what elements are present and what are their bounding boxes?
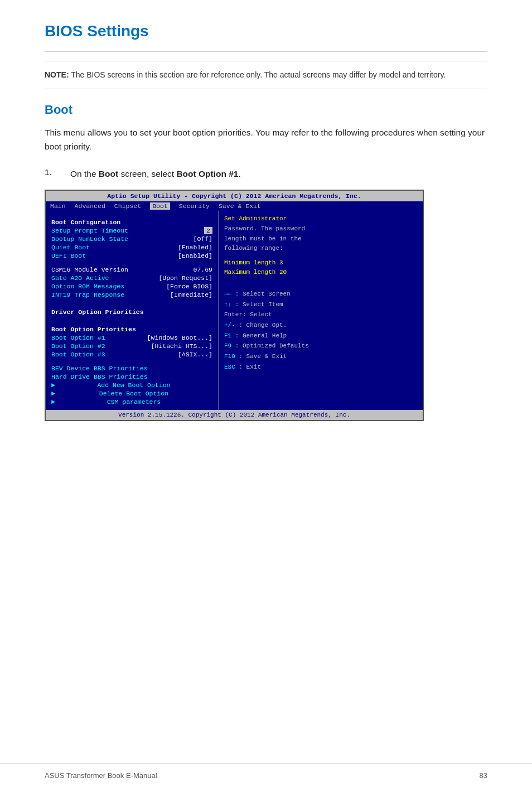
bios-right-panel: Set Administrator Password. The password… xyxy=(219,211,423,410)
bios-help-min: Minimum length 3 xyxy=(224,258,417,268)
bios-footer: Version 2.15.1226. Copyright (C) 2012 Am… xyxy=(46,410,423,420)
note-text: The BIOS screens in this section are for… xyxy=(69,70,446,79)
bios-label-csm: CSM parameters xyxy=(107,398,161,405)
bios-row-harddrive: Hard Drive BBS Priorities xyxy=(51,373,212,380)
bios-label-deleteboot: Delete Boot Option xyxy=(99,390,168,397)
bios-value-csm16: 07.69 xyxy=(193,266,212,273)
bios-row-boot1: Boot Option #1 [Windows Boot...] xyxy=(51,334,212,341)
page-footer: ASUS Transformer Book E-Manual 83 xyxy=(0,763,532,780)
bios-row-deleteboot: ► Delete Boot Option xyxy=(51,390,212,397)
bios-row-csm16: CSM16 Module Version 07.69 xyxy=(51,266,212,273)
bios-value-boot3: [ASIX...] xyxy=(178,351,212,358)
step-bold2: Boot Option #1 xyxy=(176,169,238,178)
section-title: Boot xyxy=(45,103,487,117)
note-box: NOTE: The BIOS screens in this section a… xyxy=(45,61,487,89)
bios-label-numlock: Bootup NumLock State xyxy=(51,235,128,243)
bios-help-title: Set Administrator xyxy=(224,214,417,224)
section-body: This menu allows you to set your boot op… xyxy=(45,126,487,154)
bios-row-timeout: Setup Prompt Timeout 2 xyxy=(51,227,212,234)
bios-row-boot3: Boot Option #3 [ASIX...] xyxy=(51,351,212,358)
bios-value-int19: [Immediate] xyxy=(170,291,212,298)
bios-value-optionrom: [Force BIOS] xyxy=(166,283,212,290)
bios-boot-priorities-header: Boot Option Priorities xyxy=(51,326,212,333)
bios-label-gatea20: Gate A20 Active xyxy=(51,274,109,282)
page-title: BIOS Settings xyxy=(45,22,487,40)
bios-content: Boot Configuration Setup Prompt Timeout … xyxy=(46,211,423,410)
bios-key-f1: F1 : General Help xyxy=(224,331,417,341)
bios-value-gatea20: [Upon Request] xyxy=(158,274,212,282)
bios-menu-boot[interactable]: Boot xyxy=(150,202,170,210)
bios-key-f10: F10 : Save & Exit xyxy=(224,351,417,362)
bios-value-uefi: [Enabled] xyxy=(178,252,212,259)
bios-titlebar: Aptio Setup Utility - Copyright (C) 2012… xyxy=(46,191,423,201)
bios-boot-config-header: Boot Configuration xyxy=(51,219,212,226)
bios-value-boot1: [Windows Boot...] xyxy=(147,334,212,341)
bios-row-optionrom: Option ROM Messages [Force BIOS] xyxy=(51,283,212,290)
bios-key-change: +/- : Change Opt. xyxy=(224,320,417,331)
bios-menu-main[interactable]: Main xyxy=(50,202,66,210)
step-after: . xyxy=(238,169,240,178)
bios-label-quietboot: Quiet Boot xyxy=(51,244,90,251)
bios-row-csm: ► CSM parameters xyxy=(51,398,212,405)
bios-value-boot2: [Hitachi HTS...] xyxy=(151,342,212,350)
bios-help-max: Maximum length 20 xyxy=(224,268,417,278)
bios-menu-save-exit[interactable]: Save & Exit xyxy=(219,202,261,210)
bios-screenshot: Aptio Setup Utility - Copyright (C) 2012… xyxy=(45,190,424,421)
bios-row-boot2: Boot Option #2 [Hitachi HTS...] xyxy=(51,342,212,350)
step-mid: screen, select xyxy=(118,169,176,178)
bios-menu-security[interactable]: Security xyxy=(179,202,210,210)
bios-row-bev: BEV Device BBS Priorities xyxy=(51,365,212,372)
bios-menubar: Main Advanced Chipset Boot Security Save… xyxy=(46,201,423,211)
bios-label-boot2: Boot Option #2 xyxy=(51,342,105,350)
bios-label-boot3: Boot Option #3 xyxy=(51,351,105,358)
bios-label-addboot: Add New Boot Option xyxy=(97,381,170,389)
bios-help-line1: Password. The password xyxy=(224,224,417,234)
bios-menu-chipset[interactable]: Chipset xyxy=(114,202,141,210)
footer-right: 83 xyxy=(480,771,487,780)
bios-value-numlock: [Off] xyxy=(193,235,212,243)
bios-help-line2: length must be in the xyxy=(224,234,417,244)
bios-key-screen: →← : Select Screen xyxy=(224,289,417,299)
bios-label-uefi: UEFI Boot xyxy=(51,252,86,259)
bios-label-int19: INT19 Trap Response xyxy=(51,291,124,298)
bios-menu-advanced[interactable]: Advanced xyxy=(75,202,105,210)
note-label: NOTE: xyxy=(45,70,69,79)
bios-help-text: Set Administrator Password. The password… xyxy=(224,214,417,278)
step-number-1: 1. xyxy=(45,167,61,181)
top-divider xyxy=(45,51,487,52)
bios-driver-priorities-header: Driver Option Priorities xyxy=(51,308,212,316)
bios-key-f9: F9 : Optimized Defaults xyxy=(224,341,417,351)
bios-label-harddrive: Hard Drive BBS Priorities xyxy=(51,373,148,380)
bios-label-bev: BEV Device BBS Priorities xyxy=(51,365,148,372)
bios-help-line3: following range: xyxy=(224,244,417,254)
step-text-1: On the Boot screen, select Boot Option #… xyxy=(70,167,241,181)
bios-row-numlock: Bootup NumLock State [Off] xyxy=(51,235,212,243)
bios-value-timeout: 2 xyxy=(204,227,212,234)
bios-label-timeout: Setup Prompt Timeout xyxy=(51,227,128,234)
bios-row-uefi: UEFI Boot [Enabled] xyxy=(51,252,212,259)
bios-row-quietboot: Quiet Boot [Enabled] xyxy=(51,244,212,251)
step-bold1: Boot xyxy=(99,169,118,178)
bios-row-int19: INT19 Trap Response [Immediate] xyxy=(51,291,212,298)
bios-label-optionrom: Option ROM Messages xyxy=(51,283,124,290)
bios-left-panel: Boot Configuration Setup Prompt Timeout … xyxy=(46,211,219,410)
bios-key-item: ↑↓ : Select Item xyxy=(224,299,417,310)
bios-keys-help: →← : Select Screen ↑↓ : Select Item Ente… xyxy=(224,289,417,373)
step-1: 1. On the Boot screen, select Boot Optio… xyxy=(45,167,487,181)
bios-label-boot1: Boot Option #1 xyxy=(51,334,105,341)
bios-key-esc: ESC : Exit xyxy=(224,362,417,373)
bios-row-addboot: ► Add New Boot Option xyxy=(51,381,212,389)
bios-row-gatea20: Gate A20 Active [Upon Request] xyxy=(51,274,212,282)
bios-key-enter: Enter: Select xyxy=(224,310,417,320)
bios-value-quietboot: [Enabled] xyxy=(178,244,212,251)
footer-left: ASUS Transformer Book E-Manual xyxy=(45,771,157,780)
bios-label-csm16: CSM16 Module Version xyxy=(51,266,128,273)
